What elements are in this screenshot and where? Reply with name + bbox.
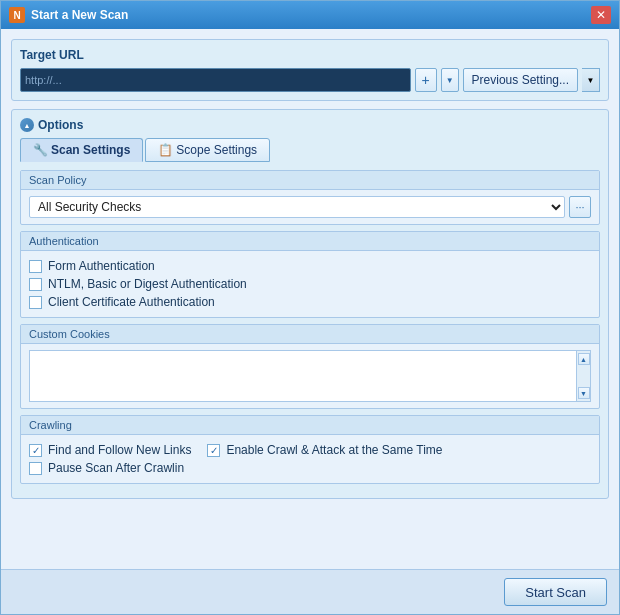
url-dropdown-button[interactable]: ▼ [441, 68, 459, 92]
app-icon: N [9, 7, 25, 23]
start-scan-button[interactable]: Start Scan [504, 578, 607, 606]
previous-setting-button[interactable]: Previous Setting... [463, 68, 578, 92]
url-row: + ▼ Previous Setting... ▼ [20, 68, 600, 92]
auth-item-ntlm: NTLM, Basic or Digest Authentication [29, 275, 591, 293]
main-window: N Start a New Scan ✕ Target URL + ▼ Prev… [0, 0, 620, 615]
scope-settings-icon: 📋 [158, 143, 172, 157]
authentication-header: Authentication [21, 232, 599, 251]
options-header: Options [20, 118, 600, 132]
prev-setting-label: Previous Setting... [472, 73, 569, 87]
crawling-content: Find and Follow New Links Enable Crawl &… [21, 435, 599, 483]
find-follow-label: Find and Follow New Links [48, 443, 191, 457]
ntlm-auth-checkbox[interactable] [29, 278, 42, 291]
bottom-bar: Start Scan [1, 569, 619, 614]
target-url-section: Target URL + ▼ Previous Setting... ▼ [11, 39, 609, 101]
pause-scan-label: Pause Scan After Crawlin [48, 461, 184, 475]
custom-cookies-content: ▲ ▼ [21, 344, 599, 408]
authentication-section: Authentication Form Authentication NTLM,… [20, 231, 600, 318]
url-input[interactable] [20, 68, 411, 92]
auth-item-cert: Client Certificate Authentication [29, 293, 591, 311]
target-url-label: Target URL [20, 48, 600, 62]
scope-settings-label: Scope Settings [176, 143, 257, 157]
scroll-up-arrow[interactable]: ▲ [578, 353, 590, 365]
window-title: Start a New Scan [31, 8, 585, 22]
crawl-item-find: Find and Follow New Links [29, 441, 191, 459]
cert-auth-checkbox[interactable] [29, 296, 42, 309]
scan-policy-header: Scan Policy [21, 171, 599, 190]
crawl-item-enable: Enable Crawl & Attack at the Same Time [207, 441, 442, 459]
cookies-scrollbar: ▲ ▼ [576, 351, 590, 401]
scan-policy-content: All Security Checks ··· [21, 190, 599, 224]
enable-crawl-checkbox[interactable] [207, 444, 220, 457]
scan-policy-select[interactable]: All Security Checks [29, 196, 565, 218]
prev-setting-dropdown[interactable]: ▼ [582, 68, 600, 92]
crawling-section: Crawling Find and Follow New Links Enabl… [20, 415, 600, 484]
content-area: Target URL + ▼ Previous Setting... ▼ Opt… [1, 29, 619, 569]
scan-settings-label: Scan Settings [51, 143, 130, 157]
cert-auth-label: Client Certificate Authentication [48, 295, 215, 309]
title-bar: N Start a New Scan ✕ [1, 1, 619, 29]
crawl-item-pause: Pause Scan After Crawlin [29, 459, 591, 477]
tab-scan-settings[interactable]: 🔧 Scan Settings [20, 138, 143, 162]
url-add-button[interactable]: + [415, 68, 437, 92]
authentication-content: Form Authentication NTLM, Basic or Diges… [21, 251, 599, 317]
enable-crawl-label: Enable Crawl & Attack at the Same Time [226, 443, 442, 457]
crawling-header: Crawling [21, 416, 599, 435]
pause-scan-checkbox[interactable] [29, 462, 42, 475]
scan-settings-icon: 🔧 [33, 143, 47, 157]
form-auth-checkbox[interactable] [29, 260, 42, 273]
auth-item-form: Form Authentication [29, 257, 591, 275]
ntlm-auth-label: NTLM, Basic or Digest Authentication [48, 277, 247, 291]
scroll-down-arrow[interactable]: ▼ [578, 387, 590, 399]
options-toggle[interactable] [20, 118, 34, 132]
custom-cookies-header: Custom Cookies [21, 325, 599, 344]
find-follow-checkbox[interactable] [29, 444, 42, 457]
scan-policy-section: Scan Policy All Security Checks ··· [20, 170, 600, 225]
options-label: Options [38, 118, 83, 132]
policy-row: All Security Checks ··· [29, 196, 591, 218]
options-section: Options 🔧 Scan Settings 📋 Scope Settings… [11, 109, 609, 499]
tabs-container: 🔧 Scan Settings 📋 Scope Settings [20, 138, 600, 162]
form-auth-label: Form Authentication [48, 259, 155, 273]
close-button[interactable]: ✕ [591, 6, 611, 24]
cookies-textarea[interactable] [30, 351, 576, 401]
crawling-row-1: Find and Follow New Links Enable Crawl &… [29, 441, 591, 459]
tab-scope-settings[interactable]: 📋 Scope Settings [145, 138, 270, 162]
policy-menu-button[interactable]: ··· [569, 196, 591, 218]
cookies-input-area: ▲ ▼ [29, 350, 591, 402]
custom-cookies-section: Custom Cookies ▲ ▼ [20, 324, 600, 409]
